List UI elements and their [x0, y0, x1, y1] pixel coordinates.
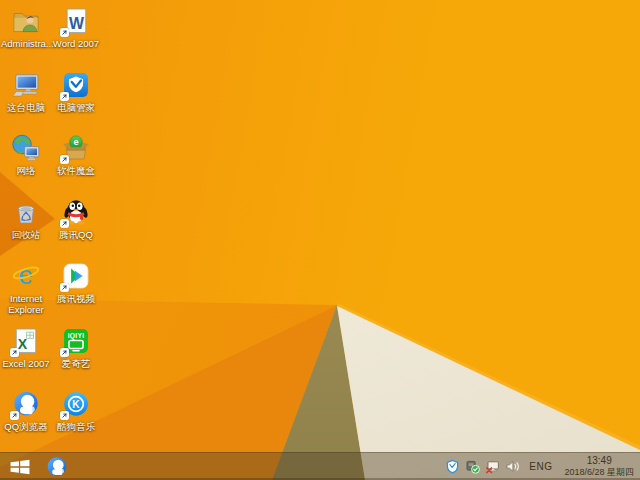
clock-date: 2018/6/28 星期四 [564, 467, 634, 478]
desktop-icon-label: QQ浏览器 [1, 421, 51, 432]
tray-pc-manager-button[interactable] [445, 459, 460, 474]
kugou-k-icon: K [61, 389, 91, 419]
desktop-icon-label: 酷狗音乐 [51, 421, 101, 432]
desktop-icon-label: Internet Explorer [1, 293, 51, 315]
network-disconnected-icon [485, 459, 500, 474]
trash-can-icon [11, 197, 41, 227]
shortcut-arrow-icon [10, 411, 19, 420]
shortcut-arrow-icon [60, 219, 69, 228]
tray-network-button[interactable] [485, 459, 500, 474]
user-folder-icon [11, 6, 41, 36]
shield-check-icon [61, 70, 91, 100]
shortcut-arrow-icon [60, 92, 69, 101]
excel-icon: X [11, 326, 41, 356]
iqiyi-tv-icon: iQIYI [61, 326, 91, 356]
open-box-icon: e [61, 133, 91, 163]
taskbar-clock[interactable]: 13:49 2018/6/28 星期四 [561, 456, 637, 477]
desktop-icon-iqiyi[interactable]: iQIYI 爱奇艺 [51, 326, 101, 369]
desktop-icon-label: 网络 [1, 165, 51, 176]
taskbar: ENG 13:49 2018/6/28 星期四 [0, 452, 640, 480]
desktop-icon-label: 爱奇艺 [51, 358, 101, 369]
shortcut-arrow-icon [10, 348, 19, 357]
tray-volume-button[interactable] [505, 459, 520, 474]
qq-browser-icon [45, 455, 69, 479]
desktop-icon-qq-browser[interactable]: QQ浏览器 [1, 389, 51, 432]
play-button-icon [61, 261, 91, 291]
desktop-icon-label: 腾讯视频 [51, 293, 101, 304]
device-check-icon [465, 459, 480, 474]
desktop-icon-tencent-video[interactable]: 腾讯视频 [51, 261, 101, 304]
globe-computer-icon [11, 133, 41, 163]
desktop-icon-pc-manager[interactable]: 电脑管家 [51, 70, 101, 113]
shortcut-arrow-icon [60, 348, 69, 357]
desktop-icon-label: Word 2007 [51, 38, 101, 49]
desktop-icon-tencent-qq[interactable]: 腾讯QQ [51, 197, 101, 240]
desktop-icon-label: 这台电脑 [1, 102, 51, 113]
language-indicator[interactable]: ENG [525, 461, 556, 472]
speaker-icon [505, 459, 520, 474]
penguin-icon [61, 197, 91, 227]
computer-icon [11, 70, 41, 100]
svg-text:X: X [18, 336, 28, 352]
start-button[interactable] [0, 453, 40, 480]
ie-e-icon: e [11, 261, 41, 291]
desktop-icon-label: Administra... [1, 38, 51, 49]
desktop-icon-label: 回收站 [1, 229, 51, 240]
shield-icon [445, 459, 460, 474]
desktop-icon-network[interactable]: 网络 [1, 133, 51, 176]
desktop-icon-this-pc[interactable]: 这台电脑 [1, 70, 51, 113]
svg-text:K: K [72, 399, 80, 410]
desktop-icon-software-magic-box[interactable]: e 软件魔盒 [51, 133, 101, 176]
shortcut-arrow-icon [60, 28, 69, 37]
svg-text:W: W [69, 15, 84, 32]
desktop-icon-excel-2007[interactable]: X Excel 2007 [1, 326, 51, 369]
tray-safety-status-button[interactable] [465, 459, 480, 474]
svg-text:e: e [73, 137, 78, 147]
taskbar-qq-browser-button[interactable] [40, 453, 74, 480]
desktop-icon-label: 软件魔盒 [51, 165, 101, 176]
svg-text:iQIYI: iQIYI [68, 332, 85, 340]
desktop-icon-label: 腾讯QQ [51, 229, 101, 240]
desktop-icon-recycle-bin[interactable]: 回收站 [1, 197, 51, 240]
word-icon: W [61, 6, 91, 36]
clock-time: 13:49 [564, 456, 634, 467]
shortcut-arrow-icon [60, 411, 69, 420]
desktop-icon-kugou-music[interactable]: K 酷狗音乐 [51, 389, 101, 432]
system-tray: ENG 13:49 2018/6/28 星期四 [445, 453, 640, 480]
windows-logo-icon [9, 458, 31, 476]
desktop-icon-internet-explorer[interactable]: e Internet Explorer [1, 261, 51, 315]
desktop-icon-word-2007[interactable]: W Word 2007 [51, 6, 101, 49]
desktop-icon-label: Excel 2007 [1, 358, 51, 369]
qq-browser-globe-icon [11, 389, 41, 419]
desktop-icon-label: 电脑管家 [51, 102, 101, 113]
shortcut-arrow-icon [60, 155, 69, 164]
shortcut-arrow-icon [60, 283, 69, 292]
desktop-icon-administrator[interactable]: Administra... [1, 6, 51, 49]
